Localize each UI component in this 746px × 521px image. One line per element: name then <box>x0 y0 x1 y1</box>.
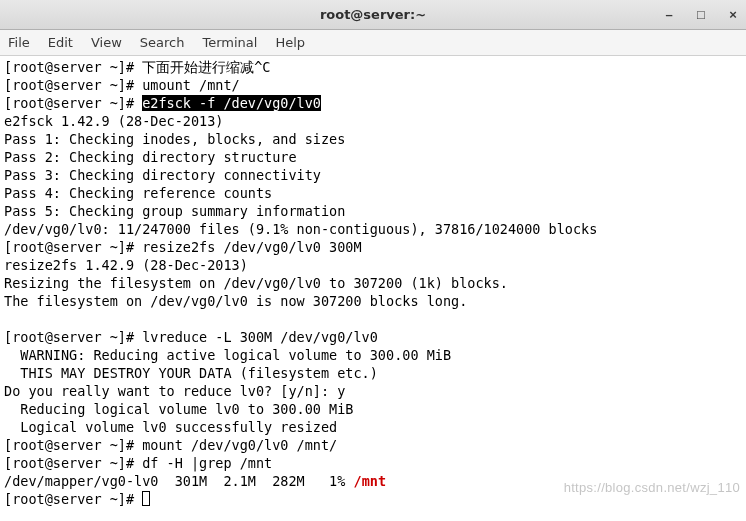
window-controls: – □ × <box>662 8 740 22</box>
grep-match: /mnt <box>354 473 387 489</box>
prompt: [root@server ~]# <box>4 59 142 75</box>
menu-help[interactable]: Help <box>275 35 305 50</box>
output-line: Pass 5: Checking group summary informati… <box>4 203 345 219</box>
output-line: resize2fs 1.42.9 (28-Dec-2013) <box>4 257 248 273</box>
command-text: lvreduce -L 300M /dev/vg0/lv0 <box>142 329 378 345</box>
menu-view[interactable]: View <box>91 35 122 50</box>
prompt: [root@server ~]# <box>4 455 142 471</box>
output-line: Pass 1: Checking inodes, blocks, and siz… <box>4 131 345 147</box>
cursor <box>142 491 150 506</box>
terminal-content[interactable]: [root@server ~]# 下面开始进行缩减^C [root@server… <box>0 56 746 521</box>
menu-terminal[interactable]: Terminal <box>202 35 257 50</box>
menu-search[interactable]: Search <box>140 35 185 50</box>
watermark: https://blog.csdn.net/wzj_110 <box>564 479 740 497</box>
output-line: Logical volume lv0 successfully resized <box>4 419 337 435</box>
prompt: [root@server ~]# <box>4 491 142 507</box>
command-text: df -H |grep /mnt <box>142 455 272 471</box>
output-line: The filesystem on /dev/vg0/lv0 is now 30… <box>4 293 467 309</box>
prompt: [root@server ~]# <box>4 95 142 111</box>
output-line: Pass 2: Checking directory structure <box>4 149 297 165</box>
prompt: [root@server ~]# <box>4 329 142 345</box>
output-line: Resizing the filesystem on /dev/vg0/lv0 … <box>4 275 508 291</box>
highlighted-command: e2fsck -f /dev/vg0/lv0 <box>142 95 321 111</box>
output-line: Pass 3: Checking directory connectivity <box>4 167 321 183</box>
command-text: mount /dev/vg0/lv0 /mnt/ <box>142 437 337 453</box>
prompt: [root@server ~]# <box>4 77 142 93</box>
command-text: resize2fs /dev/vg0/lv0 300M <box>142 239 361 255</box>
close-button[interactable]: × <box>726 8 740 22</box>
output-line: /dev/mapper/vg0-lv0 301M 2.1M 282M 1% <box>4 473 354 489</box>
command-text: 下面开始进行缩减^C <box>142 59 270 75</box>
maximize-button[interactable]: □ <box>694 8 708 22</box>
command-text: umount /mnt/ <box>142 77 240 93</box>
prompt: [root@server ~]# <box>4 437 142 453</box>
output-line: WARNING: Reducing active logical volume … <box>4 347 451 363</box>
output-line: e2fsck 1.42.9 (28-Dec-2013) <box>4 113 223 129</box>
minimize-button[interactable]: – <box>662 8 676 22</box>
menu-file[interactable]: File <box>8 35 30 50</box>
titlebar: root@server:~ – □ × <box>0 0 746 30</box>
menu-edit[interactable]: Edit <box>48 35 73 50</box>
output-line: Pass 4: Checking reference counts <box>4 185 272 201</box>
output-line: Do you really want to reduce lv0? [y/n]:… <box>4 383 345 399</box>
output-line: Reducing logical volume lv0 to 300.00 Mi… <box>4 401 354 417</box>
output-line: /dev/vg0/lv0: 11/247000 files (9.1% non-… <box>4 221 597 237</box>
terminal-window: root@server:~ – □ × File Edit View Searc… <box>0 0 746 521</box>
output-line: THIS MAY DESTROY YOUR DATA (filesystem e… <box>4 365 378 381</box>
prompt: [root@server ~]# <box>4 239 142 255</box>
menubar: File Edit View Search Terminal Help <box>0 30 746 56</box>
window-title: root@server:~ <box>0 7 746 22</box>
